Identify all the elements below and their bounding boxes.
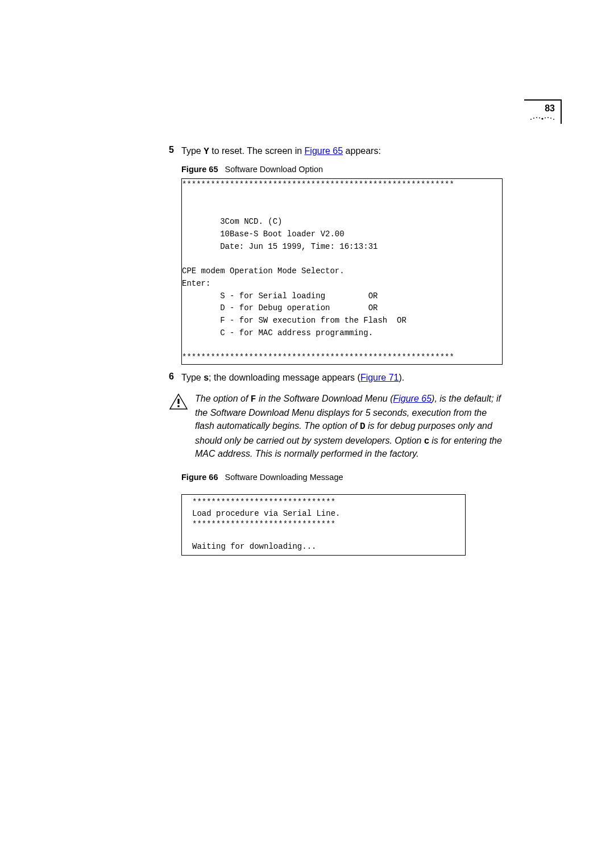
text: to reset. The screen in [209,146,305,156]
svg-rect-11 [177,406,179,407]
terminal-output-fig66: ****************************** Load proc… [181,494,466,556]
text: ). [399,373,404,382]
svg-point-1 [533,118,534,119]
svg-point-8 [553,119,554,120]
step-6: 6 Type s; the downloading message appear… [169,372,504,384]
text: ; the downloading message appears ( [209,373,360,382]
figure-title: Software Download Option [225,165,323,174]
key-d: D [360,422,366,432]
key-y: Y [204,147,209,157]
svg-point-3 [539,118,540,119]
svg-point-6 [547,117,549,118]
terminal-output-fig65: ****************************************… [181,178,503,364]
figure-label: Figure 65 [181,165,218,174]
figure-65-caption: Figure 65 Software Download Option [181,165,504,174]
svg-point-4 [541,118,543,119]
svg-point-5 [545,118,546,119]
step-5: 5 Type Y to reset. The screen in Figure … [169,145,504,158]
caution-text: The option of F in the Software Download… [195,392,504,460]
figure-label: Figure 66 [181,473,218,482]
page-number: 83 [530,103,555,114]
caution-icon [169,393,187,460]
link-figure-65[interactable]: Figure 65 [305,146,343,156]
text: Type [181,373,204,382]
step-number: 5 [169,145,176,158]
key-c: c [424,436,429,445]
key-f: F [251,394,256,404]
figure-title: Software Downloading Message [225,473,343,482]
text: in the Software Download Menu ( [256,394,393,403]
svg-point-7 [550,118,551,119]
text: Type [181,146,204,156]
page-decoration-dots [530,116,555,122]
svg-point-2 [536,117,537,118]
step-number: 6 [169,372,176,384]
step-text: Type Y to reset. The screen in Figure 65… [181,145,381,158]
svg-point-0 [530,119,532,120]
key-s: s [204,373,209,382]
svg-rect-10 [177,399,179,404]
text: appears: [343,146,381,156]
caution-block: The option of F in the Software Download… [169,392,504,460]
text: The option of [195,394,251,403]
link-figure-65-inline[interactable]: Figure 65 [393,394,432,403]
page-number-box: 83 [524,99,562,124]
main-content: 5 Type Y to reset. The screen in Figure … [169,145,504,556]
figure-66-caption: Figure 66 Software Downloading Message [181,473,504,482]
link-figure-71[interactable]: Figure 71 [360,373,399,382]
step-text: Type s; the downloading message appears … [181,372,404,384]
